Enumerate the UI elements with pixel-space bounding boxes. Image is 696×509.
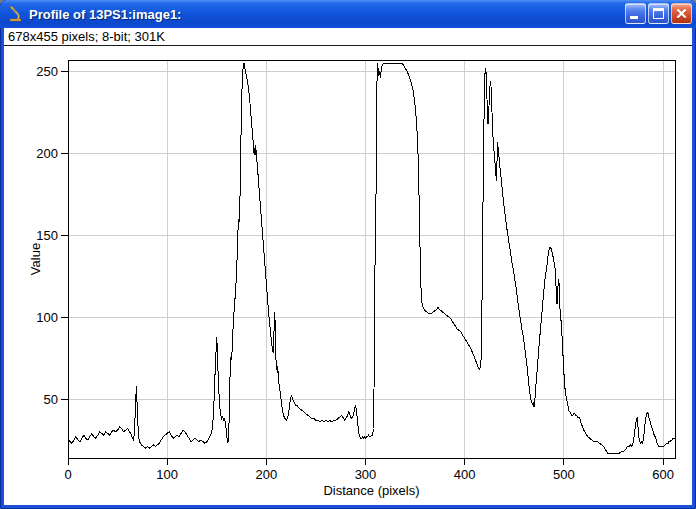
title-bar[interactable]: Profile of 13PS1:image1: ✕ <box>0 0 696 28</box>
svg-text:Distance (pixels): Distance (pixels) <box>323 483 419 498</box>
svg-text:100: 100 <box>156 467 178 482</box>
profile-plot-window: Profile of 13PS1:image1: ✕ 678x455 pixel… <box>0 0 696 509</box>
plot-canvas[interactable]: 501001502002500100200300400500600Distanc… <box>4 46 692 504</box>
svg-text:0: 0 <box>64 467 71 482</box>
imagej-microscope-icon <box>7 6 24 23</box>
svg-text:150: 150 <box>36 228 58 243</box>
window-title: Profile of 13PS1:image1: <box>29 7 625 22</box>
close-button[interactable]: ✕ <box>671 3 692 24</box>
svg-text:50: 50 <box>44 392 58 407</box>
svg-text:400: 400 <box>454 467 476 482</box>
svg-text:Value: Value <box>28 243 43 275</box>
svg-text:500: 500 <box>553 467 575 482</box>
profile-chart: 501001502002500100200300400500600Distanc… <box>4 46 692 504</box>
close-icon: ✕ <box>672 4 691 23</box>
svg-text:600: 600 <box>652 467 674 482</box>
svg-text:200: 200 <box>36 146 58 161</box>
maximize-icon <box>653 8 664 19</box>
window-client-area: 678x455 pixels; 8-bit; 301K 501001502002… <box>4 28 692 505</box>
minimize-button[interactable] <box>625 3 646 24</box>
svg-text:200: 200 <box>256 467 278 482</box>
svg-text:300: 300 <box>355 467 377 482</box>
minimize-icon <box>630 16 638 19</box>
svg-text:100: 100 <box>36 310 58 325</box>
svg-text:250: 250 <box>36 64 58 79</box>
status-bar: 678x455 pixels; 8-bit; 301K <box>4 28 692 46</box>
maximize-button[interactable] <box>648 3 669 24</box>
window-controls: ✕ <box>625 3 692 24</box>
